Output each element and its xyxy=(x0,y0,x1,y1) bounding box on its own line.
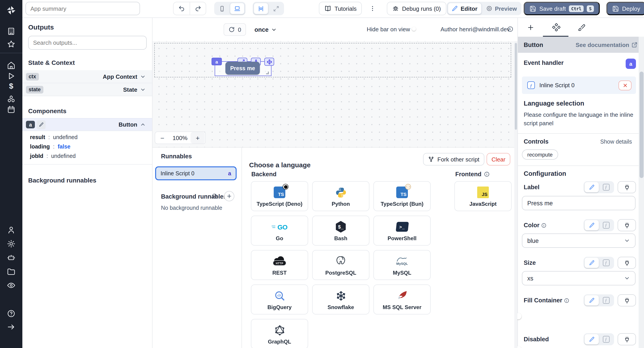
tab-component-settings[interactable] xyxy=(544,23,569,31)
static-mode-button[interactable] xyxy=(584,258,599,268)
language-card-snowflake[interactable]: Snowflake xyxy=(312,284,370,314)
tab-styling[interactable] xyxy=(569,24,594,31)
home-icon[interactable] xyxy=(7,61,16,70)
inspector-scrollbar-thumb[interactable] xyxy=(639,72,643,178)
more-menu-button[interactable] xyxy=(368,2,376,15)
connect-input-button[interactable] xyxy=(618,181,636,193)
editor-tab[interactable]: Editor xyxy=(448,3,482,14)
recompute-control-button[interactable]: recompute xyxy=(522,150,558,160)
undo-button[interactable] xyxy=(174,2,190,15)
color-select[interactable]: blue xyxy=(522,234,636,248)
preview-tab[interactable]: Preview xyxy=(482,3,520,14)
connect-input-button[interactable] xyxy=(618,333,636,345)
app-summary-input[interactable] xyxy=(26,2,140,15)
add-background-runnable-button[interactable] xyxy=(224,191,234,201)
favorites-star-icon[interactable] xyxy=(7,40,16,49)
label-value-input[interactable] xyxy=(522,196,636,210)
language-card-go[interactable]: GO Go xyxy=(251,216,308,246)
ctx-row[interactable]: ctx App Context xyxy=(22,70,152,83)
folders-icon[interactable] xyxy=(7,267,16,276)
language-card-typescript-deno[interactable]: TS TypeScript (Deno) xyxy=(251,181,308,211)
static-mode-button[interactable] xyxy=(584,295,599,306)
choose-language-title: Choose a language xyxy=(249,161,310,169)
info-icon[interactable] xyxy=(564,298,570,303)
eval-mode-button[interactable]: ƒ xyxy=(599,258,613,268)
variables-dollar-icon[interactable]: $ xyxy=(7,82,16,91)
language-card-python[interactable]: Python xyxy=(312,181,370,211)
language-card-graphql[interactable]: GraphQL xyxy=(251,319,308,348)
remove-script-button[interactable] xyxy=(618,80,632,90)
save-draft-button[interactable]: Save draft Ctrl S xyxy=(524,2,600,15)
tutorials-button[interactable]: Tutorials xyxy=(319,2,362,15)
show-details-link[interactable]: Show details xyxy=(600,139,632,145)
connect-input-button[interactable] xyxy=(618,219,636,231)
info-icon[interactable] xyxy=(541,222,547,228)
static-mode-button[interactable] xyxy=(584,334,599,344)
language-card-bigquery[interactable]: BigQuery xyxy=(251,284,308,314)
info-icon[interactable] xyxy=(484,171,490,177)
language-card-bash[interactable]: $_ Bash xyxy=(312,216,370,246)
windmill-logo[interactable] xyxy=(6,5,16,16)
fork-other-script-button[interactable]: Fork other script xyxy=(423,153,484,166)
help-icon[interactable] xyxy=(7,309,16,318)
connect-input-button[interactable] xyxy=(618,294,636,306)
schedules-calendar-icon[interactable] xyxy=(7,105,16,114)
event-handler-script-row[interactable]: ƒ Inline Script 0 xyxy=(522,76,636,94)
runs-play-icon[interactable] xyxy=(7,72,16,80)
language-card-postgresql[interactable]: PostgreSQL xyxy=(312,250,370,280)
language-card-javascript[interactable]: JS JavaScript xyxy=(454,181,512,211)
eval-mode-button[interactable]: ƒ xyxy=(599,182,613,192)
desktop-view-button[interactable] xyxy=(230,3,245,14)
smartphone-icon xyxy=(219,5,226,12)
workers-robot-icon[interactable] xyxy=(7,253,16,262)
workspace-icon[interactable] xyxy=(7,27,16,36)
clear-language-button[interactable]: Clear xyxy=(486,153,510,166)
size-select[interactable]: xs xyxy=(522,271,636,286)
debug-runs-button[interactable]: Debug runs (0) xyxy=(387,2,446,15)
see-documentation-link[interactable]: See documentation xyxy=(576,42,638,48)
button-component[interactable]: Press me xyxy=(226,62,260,75)
run-mode-dropdown[interactable]: once xyxy=(254,23,276,36)
move-component-handle[interactable] xyxy=(264,58,274,66)
zoom-in-button[interactable]: + xyxy=(190,132,205,144)
users-icon[interactable] xyxy=(7,226,16,234)
full-width-layout-button[interactable] xyxy=(269,3,283,14)
resources-boxes-icon[interactable] xyxy=(7,94,16,103)
collapse-arrow-right-icon[interactable] xyxy=(7,322,16,332)
info-icon[interactable] xyxy=(507,26,514,32)
static-mode-button[interactable] xyxy=(584,220,599,230)
eval-mode-button[interactable]: ƒ xyxy=(599,334,613,344)
settings-gear-icon[interactable] xyxy=(7,239,16,248)
info-icon[interactable] xyxy=(212,193,217,199)
language-card-powershell[interactable]: >_ PowerShell xyxy=(374,216,431,246)
runnable-label: Inline Script 0 xyxy=(160,170,194,176)
connect-input-button[interactable] xyxy=(618,257,636,269)
deploy-button[interactable]: Deploy xyxy=(606,2,644,15)
state-row[interactable]: state State xyxy=(22,83,152,96)
zoom-out-button[interactable]: − xyxy=(155,132,170,144)
expand-icon xyxy=(273,5,280,12)
static-mode-button[interactable] xyxy=(584,182,599,192)
app-canvas[interactable]: a Press me − 100% + xyxy=(152,41,518,147)
canvas-grid-row[interactable] xyxy=(154,43,511,78)
resize-handle[interactable] xyxy=(266,72,269,74)
runnable-item-inline-script-0[interactable]: Inline Script 0 a xyxy=(155,166,236,180)
language-card-rest[interactable]: HTTP REST xyxy=(251,250,308,280)
language-card-typescript-bun[interactable]: TS TypeScript (Bun) xyxy=(374,181,431,211)
mobile-view-button[interactable] xyxy=(215,3,229,14)
canvas-scrollbar-thumb[interactable] xyxy=(515,43,517,130)
language-card-mysql[interactable]: MySQL MySQL xyxy=(374,250,431,280)
editor-preview-toggle: Editor Preview xyxy=(447,2,521,15)
centered-layout-button[interactable] xyxy=(254,3,268,14)
audit-eye-icon[interactable] xyxy=(7,281,16,290)
rail-divider xyxy=(0,53,22,53)
refresh-runnables-button[interactable]: 0 xyxy=(224,23,246,36)
eval-mode-button[interactable]: ƒ xyxy=(599,220,613,230)
eval-mode-button[interactable]: ƒ xyxy=(599,295,613,306)
component-button-row[interactable]: a Button xyxy=(22,118,152,131)
tab-insert-component[interactable] xyxy=(518,24,544,31)
redo-button[interactable] xyxy=(190,2,206,15)
search-outputs-input[interactable] xyxy=(28,36,147,50)
rename-component-button[interactable] xyxy=(37,120,46,129)
language-card-ms-sql-server[interactable]: MS SQL Server xyxy=(374,284,431,314)
